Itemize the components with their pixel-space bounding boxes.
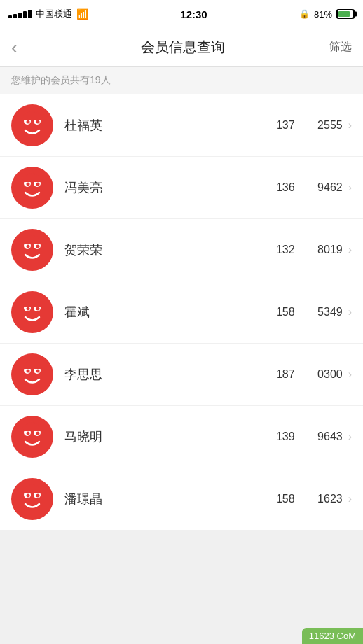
chevron-icon: › (348, 306, 352, 318)
back-button[interactable]: ‹ (11, 36, 36, 59)
member-num: 132 (260, 244, 295, 256)
battery-percent: 81% (314, 9, 332, 20)
member-num: 139 (260, 430, 295, 443)
time-label: 12:30 (180, 8, 207, 20)
avatar (11, 478, 53, 520)
status-left: 中国联通 📶 (8, 8, 88, 20)
avatar (11, 416, 53, 458)
member-item[interactable]: 霍斌 158 5349 › (0, 281, 363, 344)
chevron-icon: › (348, 430, 352, 443)
summary-bar: 您维护的会员共有19人 (0, 67, 363, 94)
svg-point-10 (27, 245, 30, 248)
member-num: 187 (260, 368, 295, 381)
chevron-icon: › (348, 181, 352, 194)
member-num: 158 (260, 306, 295, 318)
avatar (11, 104, 53, 146)
member-num: 137 (260, 119, 295, 132)
chevron-icon: › (348, 493, 352, 505)
member-item[interactable]: 李思思 187 0300 › (0, 344, 363, 406)
member-num: 136 (260, 181, 295, 194)
summary-text: 您维护的会员共有19人 (11, 74, 111, 85)
status-right: 🔒 81% (299, 9, 355, 20)
member-name: 冯美亮 (64, 179, 260, 196)
svg-point-11 (36, 245, 40, 248)
member-name: 贺荣荣 (64, 241, 260, 258)
member-num: 158 (260, 493, 295, 505)
svg-point-19 (36, 370, 40, 373)
chevron-icon: › (348, 119, 352, 132)
member-item[interactable]: 冯美亮 136 9462 › (0, 157, 363, 219)
svg-point-2 (27, 120, 30, 124)
member-code: 0300 (303, 368, 343, 381)
member-code: 8019 (303, 244, 343, 256)
filter-button[interactable]: 筛选 (329, 40, 352, 55)
status-bar: 中国联通 📶 12:30 🔒 81% (0, 0, 363, 28)
chevron-icon: › (348, 244, 352, 256)
watermark: 11623 CoM (302, 628, 363, 644)
avatar (11, 291, 53, 333)
member-name: 李思思 (64, 366, 260, 383)
avatar (11, 354, 53, 396)
svg-point-14 (27, 307, 30, 311)
member-code: 9643 (303, 430, 343, 443)
member-item[interactable]: 马晓明 139 9643 › (0, 406, 363, 468)
member-item[interactable]: 杜福英 137 2555 › (0, 94, 363, 157)
wifi-icon: 📶 (76, 8, 88, 20)
lock-icon: 🔒 (299, 9, 310, 19)
navigation-bar: ‹ 会员信息查询 筛选 (0, 28, 363, 67)
member-code: 9462 (303, 181, 343, 194)
battery-icon (336, 9, 355, 19)
chevron-icon: › (348, 368, 352, 381)
member-code: 5349 (303, 306, 343, 318)
member-name: 潘璟晶 (64, 491, 260, 507)
svg-point-22 (27, 432, 30, 435)
member-code: 1623 (303, 493, 343, 505)
svg-point-26 (27, 494, 30, 498)
svg-point-27 (36, 494, 40, 498)
signal-icon (8, 10, 32, 18)
avatar (11, 229, 53, 271)
member-code: 2555 (303, 119, 343, 132)
page-title: 会员信息查询 (141, 38, 225, 57)
avatar (11, 167, 53, 209)
member-item[interactable]: 潘璟晶 158 1623 › (0, 468, 363, 530)
svg-point-7 (36, 183, 40, 186)
member-name: 杜福英 (64, 117, 260, 134)
member-name: 霍斌 (64, 304, 260, 321)
member-item[interactable]: 贺荣荣 132 8019 › (0, 219, 363, 281)
carrier-label: 中国联通 (36, 8, 72, 20)
svg-point-23 (36, 432, 40, 435)
member-list: 杜福英 137 2555 › 冯美亮 136 9462 › (0, 94, 363, 530)
svg-point-3 (36, 120, 40, 124)
svg-point-6 (27, 183, 30, 186)
member-name: 马晓明 (64, 428, 260, 445)
svg-point-18 (27, 370, 30, 373)
svg-point-15 (36, 307, 40, 311)
